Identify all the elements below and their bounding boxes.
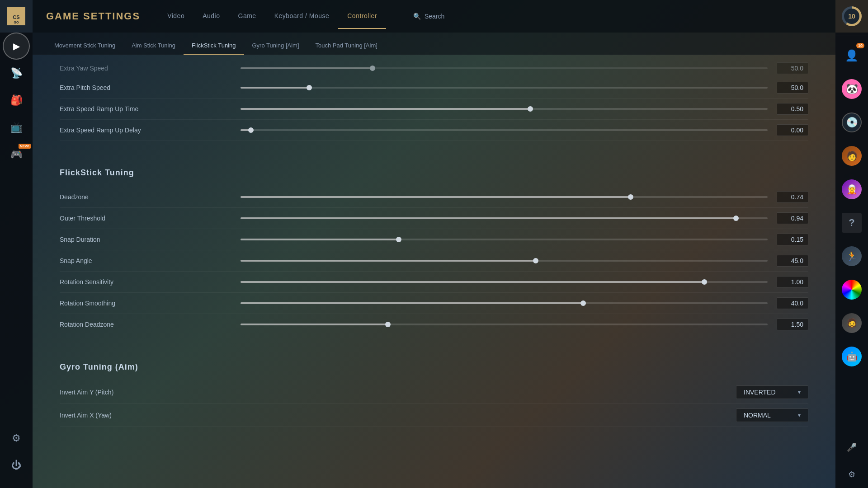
tab-movement-stick[interactable]: Movement Stick Tuning bbox=[46, 37, 123, 55]
search-icon: 🔍 bbox=[413, 13, 421, 20]
avatar-3: 🧑 bbox=[842, 146, 862, 166]
rotation-smoothing-track bbox=[241, 302, 768, 304]
snap-duration-thumb[interactable] bbox=[396, 237, 401, 242]
extra-speed-ramp-up-time-thumb[interactable] bbox=[528, 106, 533, 112]
nav-game[interactable]: Game bbox=[229, 4, 265, 29]
rs-level-item[interactable]: 10 bbox=[835, 0, 868, 33]
nav-audio[interactable]: Audio bbox=[193, 4, 229, 29]
invert-aim-y-dropdown[interactable]: INVERTED ▾ bbox=[736, 385, 808, 399]
extra-yaw-speed-thumb[interactable] bbox=[370, 66, 375, 71]
extra-speed-ramp-up-time-fill bbox=[241, 108, 530, 110]
rs-avatar-record[interactable]: 💿 bbox=[835, 106, 868, 139]
sidebar-item-broadcast[interactable]: 📡 bbox=[0, 60, 33, 87]
rs-question[interactable]: ? bbox=[835, 206, 868, 239]
extra-yaw-speed-label: Extra Yaw Speed bbox=[60, 65, 231, 72]
tab-touchpad-aim[interactable]: Touch Pad Tuning [Aim] bbox=[307, 37, 386, 55]
extra-speed-ramp-up-delay-fill bbox=[241, 129, 251, 131]
top-nav: Video Audio Game Keyboard / Mouse Contro… bbox=[158, 4, 386, 29]
deadzone-slider-container[interactable] bbox=[231, 196, 777, 198]
snap-duration-slider-container[interactable] bbox=[231, 239, 777, 240]
avatar-6: 🧔 bbox=[842, 313, 862, 333]
rs-avatar-3[interactable]: 🧑 bbox=[835, 140, 868, 172]
rotation-sensitivity-thumb[interactable] bbox=[702, 279, 707, 285]
rs-avatar-panda[interactable]: 🐼 bbox=[835, 73, 868, 105]
rs-avatar-7[interactable]: 🤖 bbox=[835, 340, 868, 373]
settings-content[interactable]: Extra Yaw Speed 50.0 Extra Pitch Speed bbox=[33, 55, 835, 488]
play-button[interactable]: ▶ bbox=[0, 33, 33, 60]
sidebar-item-tv[interactable]: 📺 bbox=[0, 114, 33, 141]
deadzone-label: Deadzone bbox=[60, 193, 231, 201]
extra-speed-ramp-up-time-slider-container[interactable] bbox=[231, 108, 777, 110]
snap-duration-value: 0.15 bbox=[777, 234, 808, 245]
rs-settings-button[interactable]: ⚙ bbox=[835, 461, 868, 488]
nav-controller[interactable]: Controller bbox=[338, 4, 386, 29]
broadcast-icon: 📡 bbox=[10, 67, 23, 79]
nav-video[interactable]: Video bbox=[158, 4, 193, 29]
mic-icon: 🎤 bbox=[847, 442, 857, 452]
rs-divider-1 bbox=[835, 36, 868, 36]
users-badge: 10 bbox=[856, 43, 864, 48]
deadzone-fill bbox=[241, 196, 631, 198]
snap-angle-slider-container[interactable] bbox=[231, 260, 777, 262]
snap-angle-fill bbox=[241, 260, 536, 262]
extra-speed-ramp-up-delay-slider-container[interactable] bbox=[231, 129, 777, 131]
extra-pitch-speed-thumb[interactable] bbox=[307, 85, 312, 90]
extra-yaw-speed-slider-container[interactable] bbox=[231, 67, 777, 69]
invert-aim-x-label: Invert Aim X (Yaw) bbox=[60, 412, 231, 419]
rotation-smoothing-fill bbox=[241, 302, 583, 304]
rotation-deadzone-slider-container[interactable] bbox=[231, 324, 777, 325]
rotation-sensitivity-slider-container[interactable] bbox=[231, 281, 777, 283]
avatar-purple: 🧝 bbox=[842, 179, 862, 199]
invert-aim-y-value: INVERTED bbox=[744, 389, 776, 396]
outer-threshold-track bbox=[241, 217, 768, 219]
rs-settings-icon: ⚙ bbox=[848, 469, 855, 479]
sidebar-item-inventory[interactable]: 🎒 bbox=[0, 87, 33, 114]
rs-avatar-purple[interactable]: 🧝 bbox=[835, 173, 868, 206]
tab-gyro-aim[interactable]: Gyro Tuning [Aim] bbox=[244, 37, 307, 55]
right-sidebar: 10 👤 10 🐼 💿 🧑 🧝 ? 🏃 🧔 🤖 bbox=[835, 0, 868, 488]
outer-threshold-slider-container[interactable] bbox=[231, 217, 777, 219]
extra-pitch-speed-fill bbox=[241, 87, 309, 89]
extra-speed-ramp-up-time-label: Extra Speed Ramp Up Time bbox=[60, 105, 231, 113]
rotation-deadzone-thumb[interactable] bbox=[385, 322, 391, 327]
invert-aim-x-dropdown[interactable]: NORMAL ▾ bbox=[736, 408, 808, 422]
rotation-smoothing-row: Rotation Smoothing 40.0 bbox=[60, 293, 808, 314]
extra-pitch-speed-slider-container[interactable] bbox=[231, 87, 777, 89]
avatar-record: 💿 bbox=[842, 113, 862, 132]
header: GAME SETTINGS Video Audio Game Keyboard … bbox=[33, 0, 835, 33]
tab-aim-stick[interactable]: Aim Stick Tuning bbox=[123, 37, 184, 55]
deadzone-value: 0.74 bbox=[777, 191, 808, 203]
tab-flickstick[interactable]: FlickStick Tuning bbox=[184, 37, 244, 55]
invert-aim-y-row: Invert Aim Y (Pitch) INVERTED ▾ bbox=[60, 381, 808, 404]
rs-color-wheel[interactable] bbox=[835, 273, 868, 306]
rotation-deadzone-label: Rotation Deadzone bbox=[60, 321, 231, 328]
nav-keyboard-mouse[interactable]: Keyboard / Mouse bbox=[265, 4, 339, 29]
extra-speed-ramp-up-time-value: 0.50 bbox=[777, 103, 808, 115]
outer-threshold-label: Outer Threshold bbox=[60, 215, 231, 222]
logo-container[interactable]: CS GO bbox=[0, 0, 33, 33]
rs-avatar-6[interactable]: 🧔 bbox=[835, 307, 868, 339]
question-icon: ? bbox=[842, 213, 862, 233]
sidebar-item-power[interactable]: ⏻ bbox=[0, 452, 33, 479]
sidebar-item-new[interactable]: 🎮 bbox=[0, 141, 33, 168]
deadzone-thumb[interactable] bbox=[628, 194, 633, 200]
extra-section: Extra Yaw Speed 50.0 Extra Pitch Speed bbox=[46, 55, 822, 150]
rotation-smoothing-thumb[interactable] bbox=[580, 300, 586, 306]
rs-avatar-5[interactable]: 🏃 bbox=[835, 240, 868, 272]
extra-speed-ramp-up-delay-label: Extra Speed Ramp Up Delay bbox=[60, 127, 231, 134]
invert-aim-y-label: Invert Aim Y (Pitch) bbox=[60, 389, 231, 396]
sidebar-item-settings[interactable]: ⚙ bbox=[0, 425, 33, 452]
flickstick-title: FlickStick Tuning bbox=[60, 168, 808, 178]
search-button[interactable]: 🔍 Search bbox=[409, 13, 449, 20]
snap-angle-thumb[interactable] bbox=[533, 258, 538, 263]
rotation-smoothing-slider-container[interactable] bbox=[231, 302, 777, 304]
rotation-deadzone-fill bbox=[241, 324, 388, 325]
extra-speed-ramp-up-delay-value: 0.00 bbox=[777, 124, 808, 136]
rotation-deadzone-value: 1.50 bbox=[777, 319, 808, 330]
rs-users[interactable]: 👤 10 bbox=[835, 39, 868, 72]
extra-speed-ramp-up-delay-thumb[interactable] bbox=[248, 127, 254, 133]
main-content: GAME SETTINGS Video Audio Game Keyboard … bbox=[33, 0, 835, 488]
rs-mic-button[interactable]: 🎤 bbox=[835, 434, 868, 461]
rotation-sensitivity-value: 1.00 bbox=[777, 276, 808, 288]
outer-threshold-thumb[interactable] bbox=[733, 216, 739, 221]
